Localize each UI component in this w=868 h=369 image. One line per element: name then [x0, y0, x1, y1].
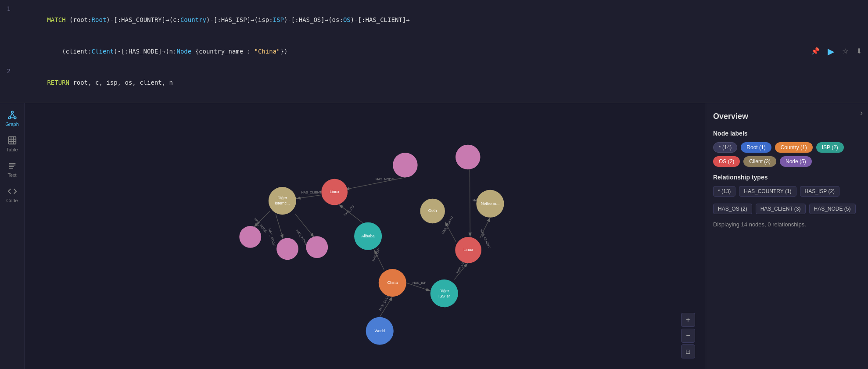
node-linux1[interactable] — [321, 179, 348, 205]
node-world[interactable] — [366, 317, 394, 344]
text-label: Text — [7, 172, 16, 178]
edge-node4-linux1 — [345, 177, 405, 189]
zoom-fit-button[interactable]: ⊡ — [681, 344, 695, 358]
table-label: Table — [6, 147, 18, 152]
edge-label-node4-linux1: HAS_NODE — [376, 177, 394, 181]
zoom-in-button[interactable]: + — [681, 313, 695, 327]
badge-os[interactable]: OS (2) — [713, 156, 740, 167]
overview-title: Overview — [713, 112, 861, 121]
svg-rect-6 — [8, 136, 16, 144]
badge-country[interactable]: Country (1) — [775, 142, 813, 153]
node-purple-4[interactable] — [393, 153, 417, 177]
rel-badge-has-node[interactable]: HAS_NODE (5) — [809, 204, 856, 214]
node-purple-5[interactable] — [456, 144, 480, 169]
svg-point-2 — [14, 117, 16, 119]
node-alibaba[interactable] — [354, 222, 382, 250]
node-diger-istem[interactable] — [269, 187, 296, 215]
svg-line-4 — [12, 113, 14, 117]
sidebar-item-text[interactable]: Text — [1, 158, 24, 181]
edge-label-linux1-diger-istem: HAS_CLIENT — [301, 190, 322, 194]
code-label: Code — [6, 198, 18, 203]
badge-isp[interactable]: ISP (2) — [816, 142, 844, 153]
node-geth[interactable] — [420, 198, 445, 223]
edge-node5-linux2 — [470, 169, 470, 237]
node-china[interactable] — [379, 269, 406, 297]
sidebar-item-graph[interactable]: Graph — [1, 107, 24, 130]
code-content-1b[interactable]: (client:Client)-[:HAS_NODE]→(n:Node {cou… — [18, 36, 287, 66]
editor-toolbar: 📌 ▶ ☆ ⬇ — [809, 44, 864, 58]
download-button[interactable]: ⬇ — [854, 45, 864, 57]
svg-line-3 — [10, 113, 12, 117]
edge-linux1-diger-istem — [296, 195, 321, 198]
badge-all[interactable]: * (14) — [713, 142, 737, 153]
rel-badges-row1: * (13) HAS_COUNTRY (1) HAS_ISP (2) — [713, 186, 861, 197]
line-number-1: 1 — [0, 5, 18, 12]
node-labels-title: Node labels — [713, 130, 861, 137]
rel-badge-has-isp[interactable]: HAS_ISP (2) — [800, 186, 839, 197]
zoom-controls: + − ⊡ — [681, 313, 695, 358]
node-labels-badges: * (14) Root (1) Country (1) ISP (2) OS (… — [713, 142, 861, 167]
edge-label-linux2-netherm: HAS_CLIENT — [479, 229, 491, 249]
code-editor-bar: 1 MATCH (root:Root)-[:HAS_COUNTRY]→(c:Co… — [0, 0, 868, 103]
edge-label-diger-node2: HAS_NODE — [268, 228, 276, 246]
badge-node[interactable]: Node (5) — [780, 156, 812, 167]
code-content-2[interactable]: RETURN root, c, isp, os, client, n — [18, 68, 173, 97]
graph-canvas[interactable]: HAS_COUNTRY HAS_ISP HAS_ISP HAS_OS HAS_O… — [25, 103, 706, 369]
rel-badge-has-client[interactable]: HAS_CLIENT (3) — [756, 204, 806, 214]
code-line-1: 1 MATCH (root:Root)-[:HAS_COUNTRY]→(c:Co… — [0, 4, 846, 36]
edge-label-alibaba-linux1: HAS_OS — [343, 204, 355, 217]
badge-client[interactable]: Client (3) — [743, 156, 776, 167]
right-panel: › Overview Node labels * (14) Root (1) C… — [706, 103, 868, 369]
table-icon — [7, 136, 17, 145]
node-netherm[interactable] — [476, 190, 504, 217]
panel-toggle-button[interactable]: › — [860, 108, 863, 118]
pin-button[interactable]: 📌 — [809, 45, 821, 57]
rel-types-title: Relationship types — [713, 174, 861, 181]
graph-label: Graph — [5, 122, 19, 127]
sidebar-item-table[interactable]: Table — [1, 132, 24, 156]
code-editor: 1 MATCH (root:Root)-[:HAS_COUNTRY]→(c:Co… — [0, 0, 868, 103]
rel-badge-has-country[interactable]: HAS_COUNTRY (1) — [739, 186, 796, 197]
graph-svg: HAS_COUNTRY HAS_ISP HAS_ISP HAS_OS HAS_O… — [25, 103, 706, 369]
node-purple-3[interactable] — [306, 236, 328, 258]
run-button[interactable]: ▶ — [826, 44, 836, 58]
rel-badge-has-os[interactable]: HAS_OS (2) — [713, 204, 752, 214]
graph-icon — [7, 110, 17, 120]
panel-footer: Displaying 14 nodes, 0 relationships. — [713, 221, 861, 228]
star-button[interactable]: ☆ — [840, 45, 850, 57]
code-content-1[interactable]: MATCH (root:Root)-[:HAS_COUNTRY]→(c:Coun… — [18, 5, 410, 35]
badge-root[interactable]: Root (1) — [741, 142, 771, 153]
main-area: Graph Table Text — [0, 103, 868, 369]
rel-badge-all[interactable]: * (13) — [713, 186, 735, 197]
code-line-2: 2 RETURN root, c, isp, os, client, n — [0, 67, 846, 98]
code-icon — [7, 186, 17, 196]
node-diger-issp[interactable] — [430, 279, 458, 307]
line-number-2: 2 — [0, 68, 18, 75]
edge-label-china-diger: HAS_ISP — [412, 281, 427, 285]
node-purple-1[interactable] — [239, 226, 261, 247]
sidebar-item-code[interactable]: Code — [1, 183, 24, 207]
edge-label-diger-node3: HAS_NODE — [295, 229, 309, 246]
zoom-out-button[interactable]: − — [681, 329, 695, 343]
text-icon — [7, 161, 17, 171]
edge-label-linux2-geth: HAS_CLIENT — [441, 215, 455, 235]
node-purple-2[interactable] — [276, 238, 298, 260]
edge-diger-node2 — [276, 214, 283, 239]
rel-badges-row2: HAS_OS (2) HAS_CLIENT (3) HAS_NODE (5) — [713, 204, 861, 214]
svg-point-0 — [11, 111, 13, 113]
svg-point-1 — [8, 117, 11, 119]
code-line-1b: (client:Client)-[:HAS_NODE]→(n:Node {cou… — [0, 36, 846, 67]
sidebar: Graph Table Text — [0, 103, 25, 369]
node-linux2[interactable] — [455, 236, 481, 263]
